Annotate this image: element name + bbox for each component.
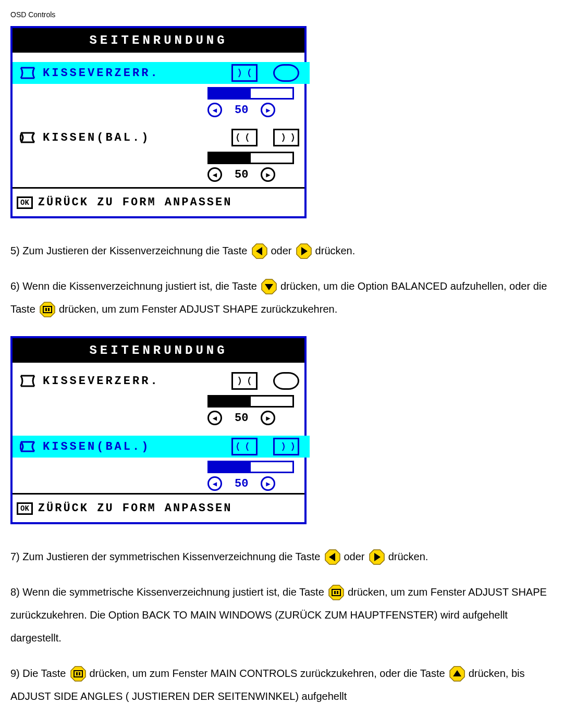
osd-title: SEITENRUNDUNG [13, 28, 304, 53]
osd-footer-text: ZÜRÜCK ZU FORM ANPASSEN [38, 502, 232, 515]
osd-item-label: KISSEVERZERR. [43, 67, 231, 80]
down-button-icon [261, 279, 276, 293]
left-button-icon [325, 549, 339, 564]
osd-panel-1: SEITENRUNDUNG KISSEVERZERR. ◀ 50 ▶ [10, 26, 307, 218]
osd-item-label: KISSEVERZERR. [43, 375, 231, 388]
shape-left-icon [231, 438, 258, 455]
osd-item-label: KISSEN(BAL.) [43, 131, 231, 144]
step-9-text: drücken, um zum Fenster MAIN CONTROLS zu… [89, 668, 448, 679]
osd-footer-text: ZÜRÜCK ZU FORM ANPASSEN [38, 196, 232, 209]
page-header: OSD Controls [10, 10, 553, 19]
arrow-right-icon: ▶ [261, 103, 275, 117]
slider-value: 50 [235, 104, 248, 117]
osd-item-balance[interactable]: KISSEN(BAL.) ◀ 50 ▶ [13, 430, 304, 493]
up-button-icon [449, 666, 464, 681]
slider-value: 50 [235, 477, 248, 490]
step-5-text: 5) Zum Justieren der Kissenverzeichnung … [10, 245, 250, 256]
arrow-left-icon: ◀ [207, 103, 222, 117]
balance-icon [18, 439, 39, 454]
step-7-text: 7) Zum Justieren der symmetrischen Kisse… [10, 551, 323, 562]
slider-bar [207, 395, 294, 408]
pincushion-icon [18, 374, 39, 388]
right-button-icon [296, 243, 311, 258]
arrow-right-icon: ▶ [261, 167, 275, 182]
slider-bar [207, 152, 294, 164]
left-button-icon [252, 243, 266, 258]
right-button-icon [369, 549, 384, 564]
shape-convex-icon [273, 372, 299, 390]
osd-item-pincushion[interactable]: KISSEVERZERR. ◀ 50 ▶ [13, 363, 304, 430]
step-5-text: drücken. [315, 245, 356, 256]
arrow-left-icon: ◀ [207, 476, 222, 491]
instruction-block-1: 5) Zum Justieren der Kissenverzeichnung … [10, 239, 553, 320]
ok-button-icon [40, 302, 54, 316]
step-9-text: 9) Die Taste [10, 668, 69, 679]
arrow-right-icon: ▶ [261, 411, 275, 425]
step-6-text: 6) Wenn die Kissenverzeichnung justiert … [10, 280, 260, 292]
arrow-left-icon: ◀ [207, 411, 222, 425]
shape-concave-icon [231, 372, 258, 390]
shape-right-icon [273, 129, 299, 146]
shape-right-icon [273, 438, 299, 455]
osd-item-balance[interactable]: KISSEN(BAL.) ◀ 50 ▶ [13, 119, 304, 187]
instruction-block-2: 7) Zum Justieren der symmetrischen Kisse… [10, 545, 553, 708]
step-5-text: oder [271, 245, 295, 256]
osd-item-label: KISSEN(BAL.) [43, 440, 231, 453]
osd-item-pincushion[interactable]: KISSEVERZERR. ◀ 50 ▶ [13, 57, 304, 119]
slider-value: 50 [235, 412, 248, 425]
osd-footer[interactable]: OK ZÜRÜCK ZU FORM ANPASSEN [13, 493, 304, 522]
osd-footer[interactable]: OK ZÜRÜCK ZU FORM ANPASSEN [13, 187, 304, 216]
slider-value: 50 [235, 168, 248, 181]
osd-panel-2: SEITENRUNDUNG KISSEVERZERR. ◀ 50 ▶ [10, 336, 307, 524]
step-7-text: oder [344, 551, 368, 562]
pincushion-icon [18, 66, 39, 80]
shape-concave-icon [231, 64, 258, 82]
step-7-text: drücken. [388, 551, 429, 562]
arrow-right-icon: ▶ [261, 476, 275, 491]
step-6-text: drücken, um zum Fenster ADJUST SHAPE zur… [59, 303, 337, 315]
slider-bar [207, 87, 294, 100]
ok-button-icon [328, 585, 343, 599]
shape-left-icon [231, 129, 258, 146]
ok-icon: OK [17, 502, 33, 515]
step-8-text: 8) Wenn die symmetrische Kissenverzeichn… [10, 586, 327, 598]
osd-title: SEITENRUNDUNG [13, 338, 304, 363]
ok-icon: OK [17, 196, 33, 209]
ok-button-icon [70, 666, 85, 681]
balance-icon [18, 130, 39, 145]
slider-bar [207, 461, 294, 473]
arrow-left-icon: ◀ [207, 167, 222, 182]
shape-convex-icon [273, 64, 299, 82]
